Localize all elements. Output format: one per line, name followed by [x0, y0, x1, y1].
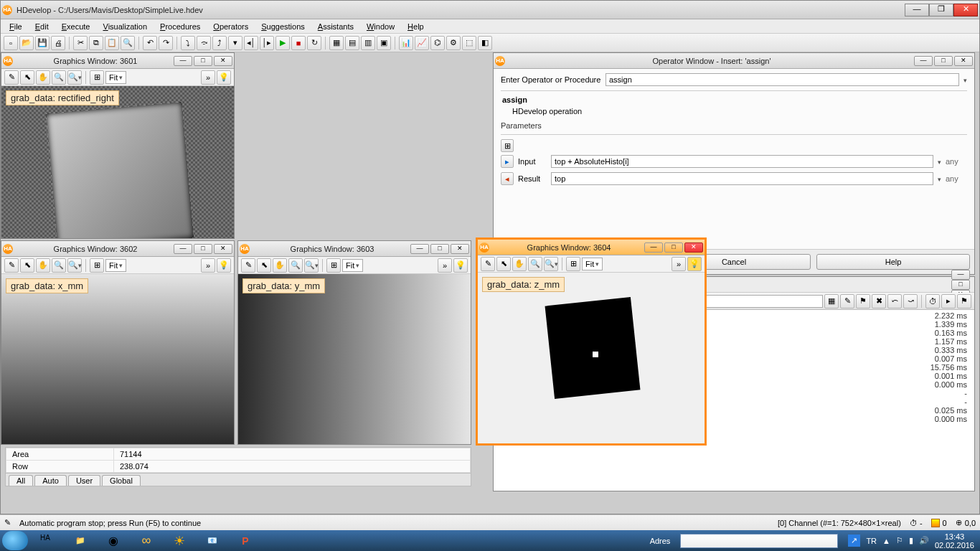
- zoom-tool-icon[interactable]: 🔍: [67, 70, 82, 85]
- maximize-button[interactable]: □: [951, 280, 970, 290]
- window1-icon[interactable]: ▦: [329, 36, 344, 50]
- zoom-icon[interactable]: 🔍: [52, 258, 66, 273]
- tray-clock[interactable]: 13:43 02.02.2016: [935, 532, 974, 550]
- menu-execute[interactable]: Execute: [56, 21, 96, 32]
- maximize-button[interactable]: □: [934, 56, 953, 66]
- pointer-icon[interactable]: ⬉: [20, 70, 34, 85]
- more-icon[interactable]: »: [438, 258, 452, 273]
- chart6-icon[interactable]: ◧: [478, 36, 492, 50]
- find-icon[interactable]: 🔍: [121, 36, 135, 50]
- minimize-button[interactable]: —: [905, 4, 929, 17]
- gw3604-titlebar[interactable]: HA Graphics Window: 3604 — □ ✕: [478, 240, 705, 255]
- tool-icon[interactable]: ⤻: [903, 294, 918, 309]
- enter-operator-input[interactable]: [606, 73, 959, 86]
- chart1-icon[interactable]: 📊: [399, 36, 413, 50]
- minimize-button[interactable]: —: [644, 242, 663, 253]
- opwin-titlebar[interactable]: HA Operator Window - Insert: 'assign' — …: [494, 53, 974, 69]
- grid-icon[interactable]: ⊞: [326, 258, 341, 273]
- close-button[interactable]: ✕: [214, 56, 232, 66]
- tool-icon[interactable]: ▦: [824, 294, 839, 309]
- step-out-icon[interactable]: ⤴: [212, 36, 227, 50]
- tab-auto[interactable]: Auto: [34, 475, 67, 486]
- close-button[interactable]: ✕: [684, 242, 703, 253]
- result-value-field[interactable]: [551, 172, 933, 185]
- fit-combo[interactable]: Fit: [342, 259, 363, 272]
- maximize-button[interactable]: □: [194, 244, 212, 254]
- hand-icon[interactable]: ✋: [36, 258, 50, 273]
- table-row[interactable]: Area71144: [6, 448, 471, 461]
- menu-procedures[interactable]: Procedures: [154, 21, 206, 32]
- input-value-field[interactable]: [551, 155, 933, 168]
- more-icon[interactable]: »: [201, 70, 215, 85]
- close-button[interactable]: ✕: [451, 244, 469, 254]
- fit-combo[interactable]: Fit: [105, 71, 126, 84]
- step-back-icon[interactable]: ◂│: [244, 36, 258, 50]
- paste-icon[interactable]: 📋: [105, 36, 119, 50]
- grid-icon[interactable]: ⊞: [90, 258, 104, 273]
- tray-up-icon[interactable]: ▲: [882, 537, 890, 545]
- pointer-icon[interactable]: ⬉: [257, 258, 271, 273]
- minimize-button[interactable]: —: [174, 244, 192, 254]
- tool-icon[interactable]: ▸: [941, 294, 956, 309]
- open-icon[interactable]: 📂: [19, 36, 34, 50]
- table-row[interactable]: Row238.074: [6, 461, 471, 473]
- gw3602-image[interactable]: grab_data: x_mm: [1, 274, 234, 444]
- redo-icon[interactable]: ↷: [159, 36, 173, 50]
- minimize-button[interactable]: —: [914, 56, 933, 66]
- param-icon[interactable]: ⊞: [501, 139, 514, 152]
- menu-file[interactable]: File: [4, 21, 28, 32]
- hand-icon[interactable]: ✋: [273, 258, 287, 273]
- grid-icon[interactable]: ⊞: [566, 257, 580, 271]
- zoom-tool-icon[interactable]: 🔍: [304, 258, 319, 273]
- taskbar-app1[interactable]: ∞: [131, 531, 162, 550]
- chevron-down-icon[interactable]: [938, 157, 941, 166]
- hand-icon[interactable]: ✋: [512, 257, 527, 271]
- maximize-button[interactable]: □: [194, 56, 212, 66]
- zoom-icon[interactable]: 🔍: [528, 257, 542, 271]
- close-button[interactable]: ✕: [954, 56, 973, 66]
- zoom-tool-icon[interactable]: 🔍: [67, 258, 82, 273]
- maximize-button[interactable]: ❐: [929, 4, 953, 17]
- gw3601-titlebar[interactable]: HA Graphics Window: 3601 — □ ✕: [1, 53, 234, 69]
- bulb-icon[interactable]: 💡: [687, 257, 702, 271]
- minimize-button[interactable]: —: [410, 244, 429, 254]
- pointer-icon[interactable]: ⬉: [496, 257, 511, 271]
- more-icon[interactable]: »: [201, 258, 215, 273]
- step-fwd-icon[interactable]: │▸: [260, 36, 274, 50]
- gw3604-image[interactable]: grab_data: z_mm: [478, 273, 705, 443]
- chevron-down-icon[interactable]: [938, 174, 941, 183]
- step-over-icon[interactable]: ⤼: [197, 36, 211, 50]
- window2-icon[interactable]: ▤: [345, 36, 359, 50]
- window4-icon[interactable]: ▣: [377, 36, 391, 50]
- more-icon[interactable]: »: [672, 257, 686, 271]
- taskbar-explorer[interactable]: 📁: [65, 531, 96, 550]
- tool-icon[interactable]: ⚑: [856, 294, 870, 309]
- pencil-icon[interactable]: ✎: [4, 258, 19, 273]
- print-icon[interactable]: 🖨: [51, 36, 65, 50]
- undo-icon[interactable]: ↶: [143, 36, 157, 50]
- language-indicator[interactable]: TR: [866, 537, 877, 545]
- pencil-icon[interactable]: ✎: [4, 70, 19, 85]
- pointer-icon[interactable]: ⬉: [20, 258, 34, 273]
- minimize-button[interactable]: —: [951, 270, 970, 280]
- zoom-icon[interactable]: 🔍: [52, 70, 66, 85]
- gw3601-image[interactable]: grab_data: rectified_right: [1, 86, 234, 238]
- tool-icon[interactable]: ⚑: [957, 294, 971, 309]
- bulb-icon[interactable]: 💡: [453, 258, 468, 273]
- fit-combo[interactable]: Fit: [582, 258, 603, 270]
- reset-icon[interactable]: ↻: [307, 36, 321, 50]
- taskbar-chrome[interactable]: ◉: [98, 531, 129, 550]
- taskbar-powerpoint[interactable]: P: [230, 531, 261, 550]
- tool-icon[interactable]: ⤺: [887, 294, 902, 309]
- tray-network-icon[interactable]: ▮: [909, 536, 913, 545]
- chart2-icon[interactable]: 📈: [415, 36, 429, 50]
- chart3-icon[interactable]: ⌬: [430, 36, 445, 50]
- start-button[interactable]: [2, 531, 28, 550]
- menu-window[interactable]: Window: [361, 21, 400, 32]
- zoom-tool-icon[interactable]: 🔍: [544, 257, 558, 271]
- chart5-icon[interactable]: ⬚: [462, 36, 476, 50]
- bulb-icon[interactable]: 💡: [217, 258, 231, 273]
- run-icon[interactable]: ▶: [275, 36, 290, 50]
- close-button[interactable]: ✕: [953, 4, 978, 17]
- minimize-button[interactable]: —: [174, 56, 192, 66]
